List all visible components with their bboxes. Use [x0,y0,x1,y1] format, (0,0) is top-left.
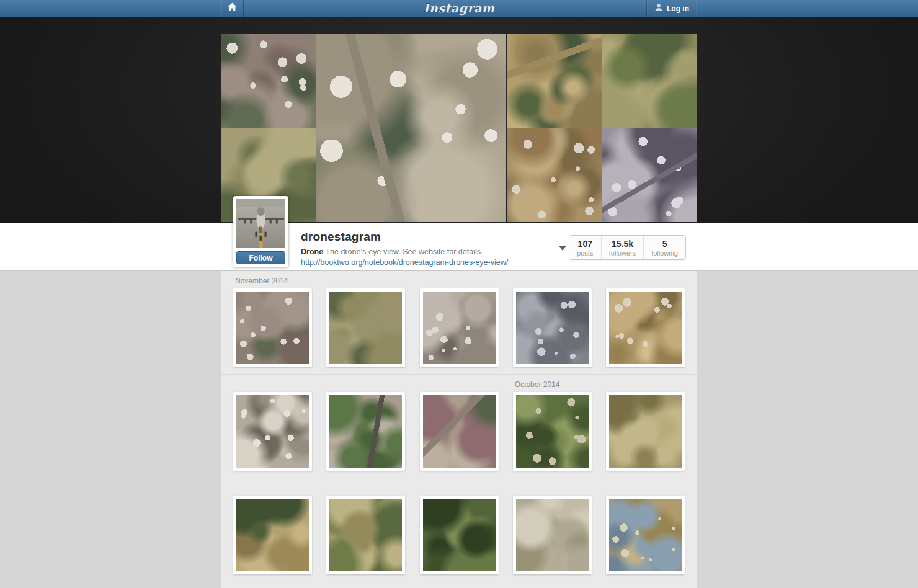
stat-followers-value: 15.5k [609,239,636,249]
profile-bio-text: The drone’s-eye view. See website for de… [325,247,483,256]
photo-thumbnail[interactable] [326,288,405,367]
photo-thumbnail[interactable] [420,392,499,471]
month-label-empty [420,482,499,496]
stat-following-value: 5 [651,239,678,249]
grid-cell [326,275,405,367]
photo-thumbnail[interactable] [326,392,405,471]
photo-thumbnail[interactable] [606,392,685,471]
photo-thumbnail[interactable] [606,496,685,574]
grid-cell [233,482,312,574]
aerial-photo [423,395,496,468]
stat-posts-label: posts [577,249,594,257]
profile-info-band: Follow dronestagram Drone The drone’s-ey… [0,223,918,271]
grid-cell [420,378,499,471]
aerial-photo [516,292,589,364]
month-label-empty [233,482,312,496]
aerial-photo [609,395,682,468]
month-label-empty [606,482,685,496]
month-label-empty [326,378,405,392]
profile-bio-name: Drone [301,247,323,256]
grid-cell [513,482,592,574]
photo-thumbnail[interactable] [420,288,499,367]
aerial-photo [236,499,309,571]
grid-cell [606,378,685,471]
grid-cell: October 2014 [513,378,592,471]
follow-button[interactable]: Follow [236,251,285,264]
photo-row-3 [221,478,697,581]
month-label-empty [513,275,592,288]
photo-row-1: November 2014 [221,271,697,374]
stat-followers[interactable]: 15.5k followers [602,236,644,259]
aerial-photo [236,395,309,468]
home-button[interactable] [221,0,244,17]
aerial-photo [423,499,496,571]
grid-cell [606,482,685,574]
month-label-november-2014: November 2014 [233,275,312,288]
home-icon [228,2,237,14]
grid-cell [606,275,685,367]
photo-thumbnail[interactable] [606,288,685,367]
person-icon [654,3,663,14]
grid-cell [420,482,499,574]
top-nav-inner: Instagram Log in [221,0,697,17]
collage-photo-5 [602,34,697,128]
collage-photo-3 [316,34,506,222]
stats-box: 107 posts 15.5k followers 5 following [569,235,686,260]
grid-cell: November 2014 [233,275,312,367]
photo-thumbnail[interactable] [420,496,499,574]
month-label-empty [606,378,685,392]
grid-cell [233,378,312,471]
instagram-logo[interactable]: Instagram [424,0,495,17]
photo-thumbnail[interactable] [233,288,312,367]
collage-photo-1 [221,34,316,128]
aerial-photo [329,499,402,571]
avatar [236,199,285,248]
aerial-photo [516,499,589,571]
aerial-photo [329,292,402,364]
collage-photo-4 [507,34,602,128]
photo-thumbnail[interactable] [233,392,312,471]
photo-thumbnail[interactable] [326,496,405,574]
month-label-october-2014: October 2014 [513,378,592,392]
chevron-down-icon[interactable] [559,246,566,251]
collage-photo-6 [507,128,602,222]
avatar-card: Follow [233,196,288,267]
month-label-empty [420,378,499,392]
photo-row-2: October 2014 [221,374,697,478]
grid-cell [326,482,405,574]
month-label-empty [606,275,685,288]
month-label-empty [326,275,405,288]
photo-thumbnail[interactable] [233,496,312,574]
collage-photo-7 [602,128,697,222]
stat-posts-value: 107 [577,239,594,249]
month-label-empty [513,482,592,496]
photo-thumbnail[interactable] [513,496,592,574]
stat-following-label: following [651,249,678,257]
photo-grid-panel: November 2014 [221,271,697,588]
grid-cell [420,275,499,367]
profile-website-link[interactable]: http://booktwo.org/notebook/dronestagram… [301,258,508,267]
aerial-photo [423,292,496,364]
profile-header [0,17,918,223]
grid-cell [513,275,592,367]
month-label-empty [326,482,405,496]
stat-followers-label: followers [609,249,636,257]
photo-thumbnail[interactable] [513,288,592,367]
aerial-photo [329,395,402,468]
stat-posts[interactable]: 107 posts [569,236,602,259]
header-photo-collage [221,17,697,222]
aerial-photo [236,292,309,364]
aerial-photo [609,292,682,364]
aerial-photo [609,499,682,571]
stat-following[interactable]: 5 following [644,236,685,259]
month-label-empty [420,275,499,288]
login-button[interactable]: Log in [646,0,697,17]
aerial-photo [516,395,589,468]
grid-cell [326,378,405,471]
month-label-empty [233,378,312,392]
login-label: Log in [667,4,689,13]
top-nav-bar: Instagram Log in [0,0,918,17]
photo-thumbnail[interactable] [513,392,592,471]
